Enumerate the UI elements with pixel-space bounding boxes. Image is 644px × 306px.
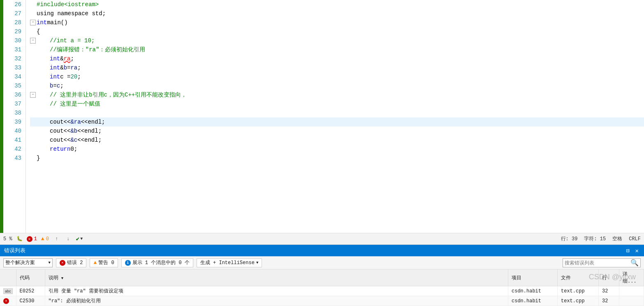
info-filter-icon: i [125, 260, 131, 266]
row-error-icon: ✕ [3, 298, 9, 304]
token: { [37, 27, 40, 36]
row-icon-cell: ✕ [0, 296, 16, 306]
col-desc-header[interactable]: 说明 ▼ [45, 269, 508, 286]
code-line[interactable]: using namespace std; [30, 9, 644, 18]
row-project-cell: csdn.habit [508, 296, 558, 306]
info-filter-button[interactable]: i 展示 1 个消息中的 0 个 [121, 258, 193, 267]
build-dropdown-icon: ▼ [256, 261, 258, 265]
code-line[interactable]: int& b = ra; [30, 63, 644, 72]
nav-down-button[interactable]: ↓ [65, 235, 72, 243]
col-project-header: 项目 [508, 269, 558, 286]
line-number: 31 [3, 45, 25, 54]
row-icon-cell: abc [0, 286, 16, 296]
token: cout [50, 117, 64, 127]
code-line[interactable]: return 0; [30, 145, 644, 154]
error-filter-label: 错误 2 [67, 259, 83, 266]
error-filter-bar: 整个解决方案 ▼ ✕ 错误 2 ▲ 警告 0 i 展示 1 个消息中的 0 个 … [0, 256, 644, 269]
warning-filter-icon: ▲ [93, 260, 97, 266]
code-line[interactable]: −// 这里并非让b引用c，因为C++引用不能改变指向， [30, 90, 644, 99]
token: & [60, 54, 63, 63]
error-table-container: 代码 说明 ▼ 项目 文件 行 详细... abcE0252引用 变量 "ra"… [0, 269, 644, 306]
code-line[interactable]: −int main() [30, 18, 644, 27]
line-number: 35 [3, 81, 25, 90]
code-line[interactable] [30, 108, 644, 117]
error-table-row[interactable]: abcE0252引用 变量 "ra" 需要初值设定项csdn.habittext… [0, 286, 644, 296]
line-ending: CRLF [629, 236, 641, 242]
close-button[interactable]: ✕ [634, 247, 640, 254]
token: &b [70, 127, 77, 136]
code-line[interactable]: cout << &c << endl; [30, 136, 644, 145]
build-filter-button[interactable]: 生成 + IntelliSense ▼ [197, 258, 262, 267]
token: ; [70, 54, 74, 63]
info-filter-label: 展示 1 个消息中的 0 个 [132, 259, 190, 266]
token: ; [98, 136, 102, 145]
error-count-badge[interactable]: ✕ 1 [27, 236, 37, 242]
token: //int a = 10; [50, 36, 95, 45]
checkmark-icon: ✔ [76, 235, 79, 242]
row-detail-cell [619, 286, 644, 296]
row-warning-badge: abc [3, 288, 13, 294]
error-filter-button[interactable]: ✕ 错误 2 [56, 258, 86, 267]
status-bar: 5 % 🐛 ✕ 1 ▲ 0 ↑ ↓ ✔ ▼ 行: 39 字符: 15 空格 CR… [0, 233, 644, 244]
code-line[interactable]: cout << &ra << endl; [30, 117, 644, 127]
token: ra [70, 63, 77, 72]
token: ; [98, 127, 102, 136]
row-desc-cell: 引用 变量 "ra" 需要初值设定项 [45, 286, 508, 296]
line-number: 40 [3, 127, 25, 136]
error-table-row[interactable]: ✕C2530"ra": 必须初始化引用csdn.habittext.cpp32 [0, 296, 644, 306]
token: // 这里是一个赋值 [50, 99, 100, 108]
row-detail-cell [619, 296, 644, 306]
col-detail-header: 详细... [619, 269, 644, 286]
token: using namespace std; [37, 9, 106, 18]
search-box[interactable]: 🔍 [563, 258, 641, 267]
line-number: 27 [3, 9, 25, 18]
token: &ra [70, 117, 81, 127]
line-numbers: 262728293031323334353637383940414243 [3, 0, 26, 233]
nav-up-button[interactable]: ↑ [53, 235, 60, 243]
code-line[interactable]: { [30, 27, 644, 36]
code-line[interactable]: int& ra; [30, 54, 644, 63]
code-line[interactable]: b = c; [30, 81, 644, 90]
fold-icon[interactable]: − [30, 38, 36, 44]
token: << [77, 127, 84, 136]
zoom-level: 5 % [3, 236, 12, 242]
scope-dropdown[interactable]: 整个解决方案 ▼ [3, 258, 53, 267]
code-line[interactable]: // 这里是一个赋值 [30, 99, 644, 108]
error-panel-controls: ⊟ ✕ [625, 247, 640, 254]
fold-icon[interactable]: − [30, 20, 36, 25]
code-line[interactable]: int c = 20; [30, 72, 644, 81]
line-number: 42 [3, 145, 25, 154]
code-line[interactable]: //编译报错："ra"：必须初始化引用 [30, 45, 644, 54]
code-lines: #include<iostream>using namespace std;−i… [26, 0, 644, 233]
error-panel-header: 错误列表 ⊟ ✕ [0, 245, 644, 256]
token: 0; [70, 145, 77, 154]
pin-button[interactable]: ⊟ [625, 247, 630, 254]
line-number: 38 [3, 108, 25, 117]
token: "ra" [86, 45, 100, 54]
code-line[interactable]: cout << &b << endl; [30, 127, 644, 136]
dropdown-arrow[interactable]: ▼ [80, 237, 83, 241]
token: int [50, 54, 60, 63]
row-file-cell: text.cpp [558, 286, 599, 296]
row-code-cell: E0252 [16, 286, 45, 296]
warning-count-badge[interactable]: ▲ 0 [41, 236, 49, 242]
code-line[interactable]: −//int a = 10; [30, 36, 644, 45]
token: << [64, 127, 71, 136]
code-line[interactable]: } [30, 154, 644, 163]
warning-filter-button[interactable]: ▲ 警告 0 [90, 258, 118, 267]
error-table: 代码 说明 ▼ 项目 文件 行 详细... abcE0252引用 变量 "ra"… [0, 269, 644, 306]
search-input[interactable] [565, 260, 630, 266]
token: endl [84, 136, 98, 145]
token: return [50, 145, 70, 154]
row-code-cell: C2530 [16, 296, 45, 306]
status-right: 行: 39 字符: 15 空格 CRLF [561, 235, 641, 242]
token: int [37, 18, 47, 27]
error-filter-icon: ✕ [60, 260, 65, 266]
fold-icon[interactable]: − [30, 92, 36, 98]
token: &c [70, 136, 77, 145]
status-left: 5 % 🐛 ✕ 1 ▲ 0 ↑ ↓ ✔ ▼ [3, 235, 556, 243]
code-line[interactable]: #include<iostream> [30, 0, 644, 9]
line-number: 32 [3, 54, 25, 63]
bug-icon: 🐛 [16, 236, 23, 242]
cursor-col: 字符: 15 [584, 235, 606, 242]
